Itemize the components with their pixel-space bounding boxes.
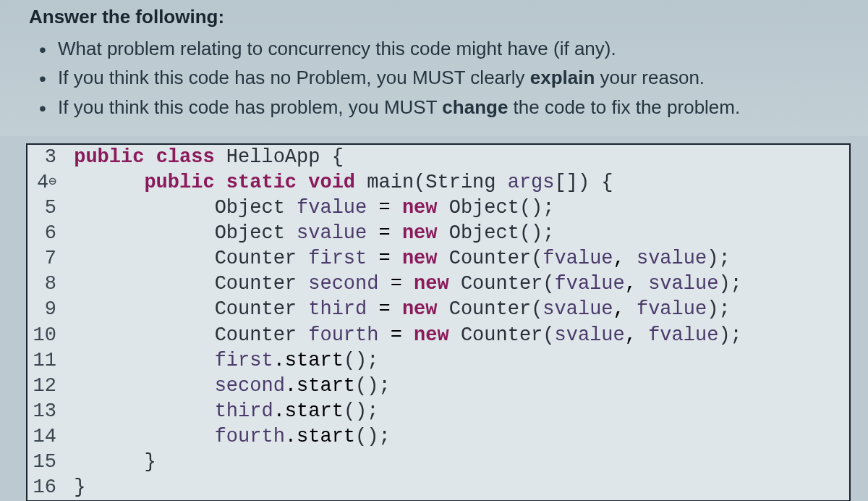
code-token: third	[308, 298, 367, 320]
code-token: args	[508, 172, 555, 193]
code-token: fourth	[215, 426, 285, 447]
bullet-bold: explain	[530, 67, 595, 88]
code-token: String	[425, 172, 495, 193]
code-token: ;	[718, 248, 730, 269]
code-token: Counter	[215, 273, 297, 295]
code-token: svalue	[637, 248, 707, 269]
code-token: [])	[555, 172, 590, 193]
code-token	[438, 197, 449, 219]
code-token: svalue	[297, 222, 367, 244]
code-token: .start	[285, 426, 355, 447]
code-token: ;	[542, 197, 554, 219]
code-content: }	[62, 450, 849, 475]
bullet-item: What problem relating to concurrency thi…	[42, 34, 839, 63]
code-token: Counter	[215, 298, 297, 320]
code-token: =	[378, 273, 414, 295]
code-line: 12 second.start();	[27, 374, 849, 399]
code-token: Object	[449, 222, 519, 244]
code-token: main	[367, 172, 414, 193]
fold-icon[interactable]: ⊖	[48, 174, 56, 189]
code-line: 9 Counter third = new Counter(svalue, fv…	[27, 297, 849, 322]
code-token: second	[215, 375, 285, 397]
code-token	[215, 146, 226, 168]
code-token: )	[707, 298, 718, 320]
code-line: 6 Object svalue = new Object();	[27, 221, 849, 246]
code-content: first.start();	[62, 348, 849, 374]
code-token: ;	[731, 324, 742, 346]
bullet-item: If you think this code has no Problem, y…	[42, 63, 839, 92]
code-line: 4⊖ public static void main(String args[]…	[27, 170, 849, 195]
code-token: ;	[367, 350, 378, 371]
bullet-text: the code to fix the problem.	[508, 96, 740, 118]
code-content: Counter first = new Counter(fvalue, sval…	[62, 246, 849, 271]
bullet-text: your reason.	[595, 67, 705, 88]
code-token: HelloApp	[226, 146, 320, 168]
code-token: Counter	[449, 298, 531, 320]
code-token	[285, 197, 297, 219]
code-token: static	[226, 172, 297, 193]
code-line: 8 Counter second = new Counter(fvalue, s…	[27, 271, 849, 297]
code-token: =	[367, 197, 402, 219]
code-token: Counter	[215, 248, 297, 269]
code-content: }	[62, 475, 849, 500]
code-content: public class HelloApp {	[62, 145, 849, 170]
code-token: ,	[613, 248, 637, 269]
code-content: Object svalue = new Object();	[62, 221, 849, 246]
code-token	[449, 273, 461, 295]
line-number: 12	[27, 374, 62, 399]
code-token: first	[215, 350, 273, 371]
code-token	[297, 248, 308, 269]
code-line: 13 third.start();	[27, 399, 849, 424]
bullet-text: If you think this code has no Problem, y…	[58, 67, 530, 88]
code-token: fourth	[308, 324, 378, 346]
code-token: new	[402, 248, 438, 269]
line-number: 11	[27, 348, 62, 374]
code-token: ;	[542, 222, 554, 244]
code-token: fvalue	[637, 298, 707, 320]
code-token: class	[156, 146, 215, 168]
question-header: Answer the following: What problem relat…	[0, 0, 868, 136]
code-token	[215, 172, 226, 193]
code-token: (	[531, 298, 542, 320]
code-token: ;	[731, 273, 742, 295]
code-token: )	[718, 273, 730, 295]
code-content: second.start();	[62, 374, 849, 399]
code-token: first	[308, 248, 367, 269]
code-token: )	[718, 324, 730, 346]
code-token	[438, 248, 449, 269]
code-token: .start	[285, 375, 355, 397]
code-token: Object	[449, 197, 519, 219]
code-token: second	[308, 273, 378, 295]
code-token: =	[367, 222, 402, 244]
code-token: void	[308, 172, 355, 193]
code-token: (	[542, 324, 554, 346]
code-token: }	[74, 476, 85, 498]
line-number: 16	[27, 475, 62, 500]
code-line: 11 first.start();	[27, 348, 849, 374]
code-line: 16 }	[27, 475, 849, 500]
code-token	[285, 222, 297, 244]
code-token: =	[378, 324, 414, 346]
code-content: Counter fourth = new Counter(svalue, fva…	[62, 323, 849, 348]
line-number: 7	[27, 246, 62, 271]
code-line: 5 Object fvalue = new Object();	[27, 195, 849, 221]
code-token: new	[402, 197, 438, 219]
code-token: ;	[378, 375, 390, 397]
code-content: Object fvalue = new Object();	[62, 195, 849, 221]
code-line: 3 public class HelloApp {	[27, 145, 849, 170]
code-token: (	[414, 172, 425, 193]
code-token: ;	[378, 426, 390, 447]
code-token	[438, 222, 449, 244]
code-token: public	[74, 146, 144, 168]
code-token: new	[414, 324, 449, 346]
code-line: 15 }	[27, 450, 849, 475]
code-token	[590, 172, 601, 193]
line-number: 8	[27, 271, 62, 297]
line-number: 14	[27, 424, 62, 450]
code-token: ()	[355, 375, 378, 397]
bullet-text: If you think this code has problem, you …	[58, 96, 442, 118]
code-token: ()	[355, 426, 378, 447]
code-token: third	[215, 400, 273, 422]
code-token: .start	[273, 400, 344, 422]
code-token: Object	[215, 222, 285, 244]
